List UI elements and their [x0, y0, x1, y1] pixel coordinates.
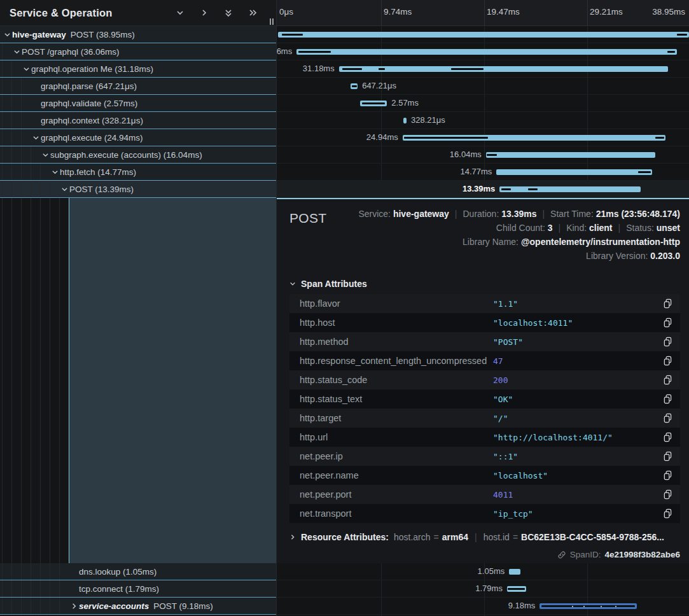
- span-bar[interactable]: [278, 32, 689, 38]
- span-bar[interactable]: [509, 569, 520, 575]
- timeline-row[interactable]: 9.18ms: [277, 598, 689, 615]
- span-bar[interactable]: [539, 603, 636, 609]
- indent-guide: [31, 580, 40, 597]
- span-row[interactable]: graphql.execute (24.94ms): [0, 129, 276, 146]
- span-detail-panel: POST Service: hive-gateway|Duration: 13.…: [277, 198, 689, 563]
- span-bar[interactable]: [496, 169, 652, 175]
- copy-value-button[interactable]: [663, 375, 672, 385]
- timeline-row[interactable]: 36.06ms: [277, 43, 689, 60]
- indent-guide: [2, 580, 11, 597]
- selected-span-expanded-block: [69, 198, 276, 563]
- indent-guide: [40, 580, 50, 597]
- span-row[interactable]: graphql.validate (2.57ms): [0, 95, 276, 112]
- span-row[interactable]: dns.lookup (1.05ms): [0, 563, 276, 580]
- copy-value-button[interactable]: [663, 451, 672, 461]
- copy-value-button[interactable]: [663, 298, 672, 309]
- span-bar[interactable]: [507, 586, 526, 592]
- ruler-gridline: [587, 0, 588, 25]
- span-row[interactable]: graphql.operation Me (31.18ms): [0, 60, 276, 78]
- copy-value-button[interactable]: [663, 489, 672, 500]
- timeline-row[interactable]: 16.04ms: [277, 146, 689, 164]
- attribute-key: net.peer.name: [300, 470, 493, 480]
- copy-icon: [663, 318, 672, 328]
- span-bar[interactable]: [360, 101, 387, 106]
- span-bar[interactable]: [339, 66, 668, 72]
- collapse-all-icon[interactable]: [224, 8, 233, 17]
- service-name: service-accounts: [79, 601, 149, 611]
- row-toggle[interactable]: [50, 169, 60, 176]
- timeline-panel: 36.06ms31.18ms647.21μs2.57ms328.21μs24.9…: [277, 0, 689, 616]
- chevron-down-icon: [13, 48, 20, 55]
- timeline-ruler[interactable]: 0μs9.74ms19.47ms29.21ms38.95ms: [277, 0, 689, 26]
- timeline-row[interactable]: 1.05ms: [277, 563, 689, 580]
- span-row[interactable]: service-accountsPOST (9.18ms): [0, 598, 276, 615]
- timeline-row[interactable]: [277, 26, 689, 43]
- timeline-row[interactable]: 24.94ms: [277, 129, 689, 146]
- row-toggle[interactable]: [31, 134, 41, 141]
- span-label: service-accountsPOST (9.18ms): [79, 601, 213, 611]
- chevron-right-icon: [71, 603, 78, 610]
- span-duration-label: 1.05ms: [478, 563, 505, 580]
- indent-guide: [40, 181, 50, 197]
- meta-label: Child Count:: [496, 223, 548, 233]
- panel-resize-grip[interactable]: [270, 18, 274, 25]
- copy-value-button[interactable]: [663, 356, 672, 366]
- ruler-tick-label: 9.74ms: [384, 7, 412, 17]
- panel-title: Service & Operation: [0, 7, 113, 19]
- row-toggle[interactable]: [2, 31, 12, 38]
- span-bar[interactable]: [296, 49, 677, 55]
- copy-value-button[interactable]: [663, 508, 672, 519]
- span-row[interactable]: graphql.context (328.21μs): [0, 112, 276, 129]
- copy-value-button[interactable]: [663, 413, 672, 423]
- span-duration-label: 1.79ms: [475, 580, 503, 597]
- attribute-value: 200: [493, 375, 508, 385]
- row-toggle[interactable]: [40, 151, 50, 158]
- timeline-row[interactable]: 31.18ms: [277, 60, 689, 78]
- row-toggle[interactable]: [11, 48, 22, 55]
- copy-value-button[interactable]: [663, 337, 672, 347]
- timeline-row[interactable]: 13.39ms: [277, 181, 689, 198]
- timeline-row[interactable]: 14.77ms: [277, 164, 689, 181]
- chevron-down-icon: [23, 66, 30, 73]
- indent-guide: [21, 580, 31, 597]
- ruler-tick-label: 38.95ms: [652, 7, 685, 17]
- copy-value-button[interactable]: [663, 318, 672, 328]
- span-row[interactable]: graphql.parse (647.21μs): [0, 78, 276, 95]
- expand-all-icon[interactable]: [248, 8, 257, 17]
- row-toggle[interactable]: [59, 186, 69, 193]
- collapse-one-icon[interactable]: [176, 8, 184, 17]
- span-bar[interactable]: [351, 83, 358, 89]
- copy-value-button[interactable]: [663, 432, 672, 442]
- span-row[interactable]: POST (13.39ms): [0, 181, 276, 198]
- span-row[interactable]: POST /graphql (36.06ms): [0, 43, 276, 60]
- timeline-row[interactable]: 647.21μs: [277, 78, 689, 95]
- resource-attributes-row[interactable]: Resource Attributes: host.arch=arm64|hos…: [289, 532, 680, 542]
- timeline-row[interactable]: 328.21μs: [277, 112, 689, 129]
- span-attributes-section-header[interactable]: Span Attributes: [289, 279, 680, 289]
- span-bar[interactable]: [499, 186, 641, 192]
- span-bar[interactable]: [486, 152, 655, 158]
- indent-guide: [11, 78, 21, 94]
- chevron-down-icon: [32, 134, 39, 141]
- attribute-row: net.peer.port4011: [289, 485, 680, 504]
- link-icon[interactable]: [557, 550, 566, 559]
- row-toggle[interactable]: [69, 603, 79, 610]
- copy-value-button[interactable]: [663, 394, 672, 404]
- span-row[interactable]: http.fetch (14.77ms): [0, 164, 276, 181]
- span-bar[interactable]: [403, 135, 666, 141]
- expand-one-icon[interactable]: [200, 8, 209, 17]
- timeline-row[interactable]: 1.79ms: [277, 580, 689, 598]
- attribute-key: http.target: [300, 413, 493, 423]
- copy-value-button[interactable]: [663, 470, 672, 480]
- meta-value: 3: [548, 223, 553, 233]
- row-toggle[interactable]: [21, 66, 31, 73]
- span-row[interactable]: subgraph.execute (accounts) (16.04ms): [0, 146, 276, 164]
- span-label: hive-gatewayPOST (38.95ms): [12, 30, 135, 39]
- indent-guide: [11, 146, 21, 163]
- attribute-key: http.url: [300, 432, 493, 442]
- meta-label: Duration:: [463, 209, 501, 219]
- timeline-row[interactable]: 2.57ms: [277, 95, 689, 112]
- span-row[interactable]: hive-gatewayPOST (38.95ms): [0, 26, 276, 43]
- span-bar[interactable]: [403, 118, 407, 123]
- span-row[interactable]: tcp.connect (1.79ms): [0, 580, 276, 598]
